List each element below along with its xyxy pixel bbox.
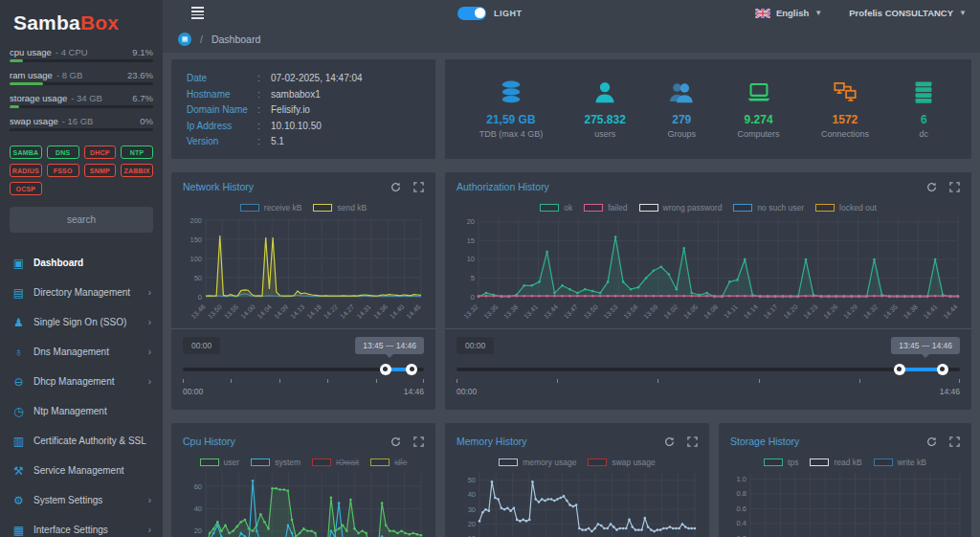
service-badge-fsso: FSSO [47, 164, 79, 177]
sidebar-item-dns-management[interactable]: ♁Dns Management› [0, 337, 163, 367]
usage-label: cpu usage [10, 47, 52, 57]
legend-item-send-kb[interactable]: send kB [313, 203, 367, 213]
interface-card-icon: ▦ [11, 524, 26, 537]
legend-item-wrong-password[interactable]: wrong password [639, 203, 723, 213]
legend-swatch [733, 204, 752, 212]
breadcrumb-current[interactable]: Dashboard [212, 34, 260, 45]
info-value: 5.1 [271, 134, 284, 150]
svg-text:14.32: 14.32 [862, 303, 879, 320]
sidebar-item-system-settings[interactable]: ⚙System Settings› [0, 485, 163, 515]
content: Date:07-02-2025, 14:47:04Hostname:sambab… [163, 53, 980, 537]
svg-text:14.41: 14.41 [922, 303, 938, 320]
sidebar-item-dashboard[interactable]: ▣Dashboard [0, 248, 163, 278]
stat-value: 275.832 [585, 113, 626, 126]
sidebar-item-directory-management[interactable]: ▤Directory Management› [0, 278, 163, 307]
sidebar-item-certificate-authority-ssl[interactable]: ▥Certificate Authority & SSL [0, 426, 163, 456]
network-history-panel: Network History receive kBsend kB 050100… [170, 171, 436, 411]
stat-value: 21,59 GB [479, 113, 544, 126]
slider-handle-right[interactable] [406, 364, 417, 375]
legend-item-failed[interactable]: failed [584, 203, 627, 213]
sidebar-item-single-sign-on-sso[interactable]: ♟Single Sign On (SSO)› [0, 307, 163, 337]
time-range-slider: 00:00 13:45 — 14:46 00:00 14:46 [445, 329, 971, 402]
hamburger-menu-icon[interactable] [191, 7, 204, 19]
sidebar-item-label: Service Management [33, 465, 124, 476]
usage-meter-ram-usage: ram usage- 8 GB23.6% [10, 67, 153, 85]
toggle-knob [475, 8, 485, 18]
legend-swatch [584, 204, 603, 212]
legend-swatch [312, 459, 331, 466]
stat-users: 275.832users [585, 79, 626, 139]
expand-icon[interactable] [413, 182, 424, 192]
stat-label: Groups [667, 129, 696, 139]
panel-title: Cpu History [183, 436, 235, 447]
legend-label: wrong password [663, 203, 723, 213]
service-badge-ntp: NTP [121, 145, 153, 159]
panel-title: Storage History [730, 436, 799, 447]
slider-range-tooltip: 13:45 — 14:46 [355, 337, 424, 354]
search-input[interactable]: search [10, 207, 153, 233]
svg-text:14.09: 14.09 [273, 303, 289, 320]
legend-item-iowait[interactable]: IOwait [312, 458, 359, 467]
svg-text:1.0: 1.0 [737, 475, 746, 483]
sidebar-item-label: Dashboard [33, 257, 83, 268]
legend-item-locked-out[interactable]: locked out [815, 203, 877, 213]
time-range-slider: 00:00 13:45 — 14:46 00:00 14:46 [171, 329, 435, 402]
svg-text:13.50: 13.50 [207, 303, 223, 320]
usage-bar-fill [10, 82, 43, 85]
service-badge-ocsp: OCSP [10, 182, 42, 195]
expand-icon[interactable] [687, 436, 698, 447]
svg-text:10: 10 [467, 255, 475, 263]
slider-rail[interactable] [457, 368, 960, 371]
slider-handle-left[interactable] [894, 364, 905, 375]
service-badge-radius: RADIUS [10, 164, 42, 177]
brand-part1: Samba [13, 11, 80, 34]
slider-handle-right[interactable] [937, 364, 948, 375]
svg-text:40: 40 [194, 504, 202, 513]
legend-item-idle[interactable]: idle [370, 458, 407, 467]
legend-item-ok[interactable]: ok [540, 203, 572, 213]
app-logo: SambaBox [0, 0, 163, 42]
legend-item-swap-usage[interactable]: swap usage [588, 458, 655, 467]
legend-item-read-kb[interactable]: read kB [810, 458, 861, 467]
svg-text:0: 0 [198, 293, 202, 302]
chevron-right-icon: › [145, 525, 151, 535]
svg-text:14.04: 14.04 [256, 303, 273, 320]
svg-text:14.40: 14.40 [389, 303, 405, 320]
sidebar-item-service-management[interactable]: ⚒Service Management [0, 456, 163, 485]
refresh-icon[interactable] [926, 436, 937, 447]
slider-selected-range[interactable] [900, 368, 943, 371]
legend-label: memory usage [523, 458, 576, 467]
chart-legend: memory usageswap usage [445, 458, 709, 467]
expand-icon[interactable] [949, 436, 960, 447]
dashboard-breadcrumb-icon[interactable]: ▦ [178, 33, 191, 46]
svg-text:14.45: 14.45 [405, 303, 421, 320]
legend-item-user[interactable]: user [200, 458, 240, 467]
expand-icon[interactable] [949, 182, 960, 192]
sidebar-item-interface-settings[interactable]: ▦Interface Settings› [0, 515, 163, 537]
expand-icon[interactable] [413, 436, 424, 447]
refresh-icon[interactable] [390, 182, 401, 192]
refresh-icon[interactable] [926, 182, 937, 192]
slider-handle-left[interactable] [380, 364, 391, 375]
legend-item-write-kb[interactable]: write kB [874, 458, 926, 467]
legend-item-system[interactable]: system [251, 458, 301, 467]
theme-toggle[interactable] [457, 7, 486, 20]
language-selector[interactable]: English ▼ [755, 8, 822, 18]
legend-item-memory-usage[interactable]: memory usage [499, 458, 576, 467]
info-label: Date [187, 71, 257, 87]
svg-text:15: 15 [467, 236, 475, 245]
svg-text:13.55: 13.55 [223, 303, 239, 320]
panel-title: Network History [183, 181, 254, 192]
chart-legend: okfailedwrong passwordno such userlocked… [445, 203, 971, 213]
sidebar-item-dhcp-management[interactable]: ⊖Dhcp Management› [0, 367, 163, 396]
sidebar-item-label: Interface Settings [33, 525, 108, 535]
legend-swatch [313, 204, 332, 212]
legend-item-receive-kb[interactable]: receive kB [240, 203, 302, 213]
svg-text:13.41: 13.41 [523, 303, 539, 320]
account-menu[interactable]: Profelis CONSULTANCY ▼ [849, 8, 967, 18]
sidebar-item-ntp-management[interactable]: ◷Ntp Management [0, 396, 163, 426]
refresh-icon[interactable] [390, 436, 401, 447]
legend-item-no-such-user[interactable]: no such user [733, 203, 804, 213]
legend-item-tps[interactable]: tps [764, 458, 798, 467]
refresh-icon[interactable] [664, 436, 675, 447]
